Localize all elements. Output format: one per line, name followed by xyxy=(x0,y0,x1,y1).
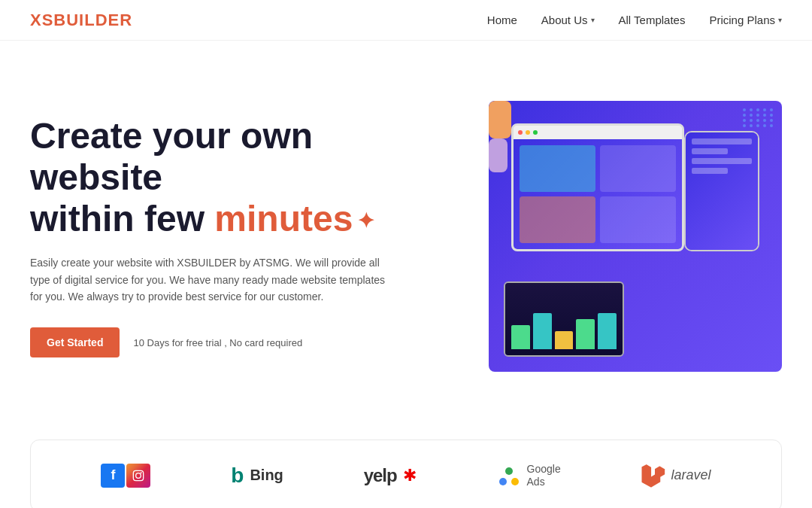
nav-item-pricing[interactable]: Pricing Plans ▾ xyxy=(709,14,782,26)
svg-point-4 xyxy=(499,478,507,485)
star-icon: ✦ xyxy=(357,209,374,233)
figure-2 xyxy=(489,138,508,172)
svg-rect-0 xyxy=(134,470,144,480)
chevron-down-icon: ▾ xyxy=(591,16,595,24)
hero-title-line2: within few minutes✦ xyxy=(30,199,374,239)
hero-description: Easily create your website with XSBUILDE… xyxy=(30,254,391,305)
nav-link-templates[interactable]: All Templates xyxy=(619,14,686,26)
nav-link-pricing[interactable]: Pricing Plans ▾ xyxy=(709,14,782,26)
hero-illustration xyxy=(489,101,782,372)
nav-item-templates[interactable]: All Templates xyxy=(619,14,686,26)
hero-content: Create your own website within few minut… xyxy=(30,115,436,358)
bing-label: Bing xyxy=(250,467,283,484)
hero-cta: Get Started 10 Days for free trial , No … xyxy=(30,327,436,357)
get-started-button[interactable]: Get Started xyxy=(30,327,120,357)
tablet-illustration xyxy=(504,281,624,357)
instagram-icon xyxy=(126,464,150,488)
partners-section: f b Bing yelp ✱ Google xyxy=(30,440,782,508)
hero-section: Create your own website within few minut… xyxy=(0,41,812,417)
nav-menu: Home About Us ▾ All Templates Pricing Pl… xyxy=(487,14,782,26)
navbar: XSBUILDER Home About Us ▾ All Templates … xyxy=(0,0,812,41)
nav-item-home[interactable]: Home xyxy=(487,14,517,26)
partner-laravel: laravel xyxy=(641,464,711,488)
logo[interactable]: XSBUILDER xyxy=(30,11,132,30)
chevron-down-icon: ▾ xyxy=(778,16,782,24)
nav-item-about[interactable]: About Us ▾ xyxy=(541,14,595,26)
yelp-label: yelp xyxy=(364,465,397,486)
small-device-content xyxy=(686,132,758,250)
hero-title: Create your own website within few minut… xyxy=(30,115,436,240)
figure-1 xyxy=(489,101,511,138)
svg-point-6 xyxy=(505,467,513,475)
laravel-label: laravel xyxy=(671,467,711,483)
laravel-icon xyxy=(641,464,665,488)
monitor-content xyxy=(514,139,682,249)
nav-link-home[interactable]: Home xyxy=(487,14,517,26)
yelp-star-icon: ✱ xyxy=(403,466,417,485)
tablet-content xyxy=(505,283,623,355)
svg-point-1 xyxy=(136,473,141,478)
partner-yelp: yelp ✱ xyxy=(364,465,417,486)
monitor-bar xyxy=(514,126,682,139)
nav-link-about[interactable]: About Us ▾ xyxy=(541,14,595,26)
google-icon xyxy=(497,464,521,488)
small-device-illustration xyxy=(684,131,759,251)
monitor-illustration xyxy=(511,123,684,251)
ads-label: Ads xyxy=(527,476,561,488)
fb-ig-badge: f xyxy=(101,464,150,488)
dots-decoration xyxy=(743,108,774,127)
google-label: Google xyxy=(527,463,561,476)
svg-point-5 xyxy=(511,478,519,485)
google-text-group: Google Ads xyxy=(527,463,561,488)
facebook-icon: f xyxy=(101,464,125,488)
partner-bing: b Bing xyxy=(231,464,283,488)
logo-text: XSBUILDER xyxy=(30,11,132,29)
partner-facebook-instagram: f xyxy=(101,464,150,488)
bing-icon: b xyxy=(231,464,244,488)
partner-google-ads: Google Ads xyxy=(497,463,561,488)
trial-text: 10 Days for free trial , No card require… xyxy=(133,337,302,348)
hero-img-inner xyxy=(489,101,782,372)
svg-point-2 xyxy=(141,472,142,473)
